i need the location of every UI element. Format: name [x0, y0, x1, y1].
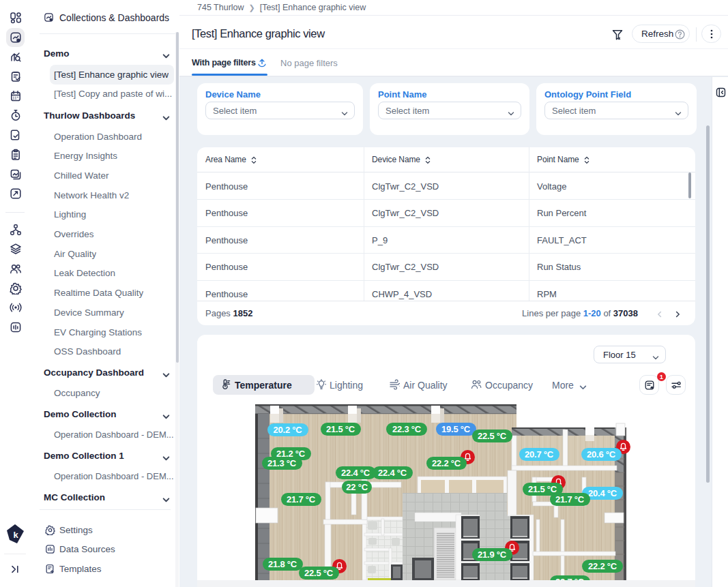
svg-text:k: k: [13, 530, 18, 540]
